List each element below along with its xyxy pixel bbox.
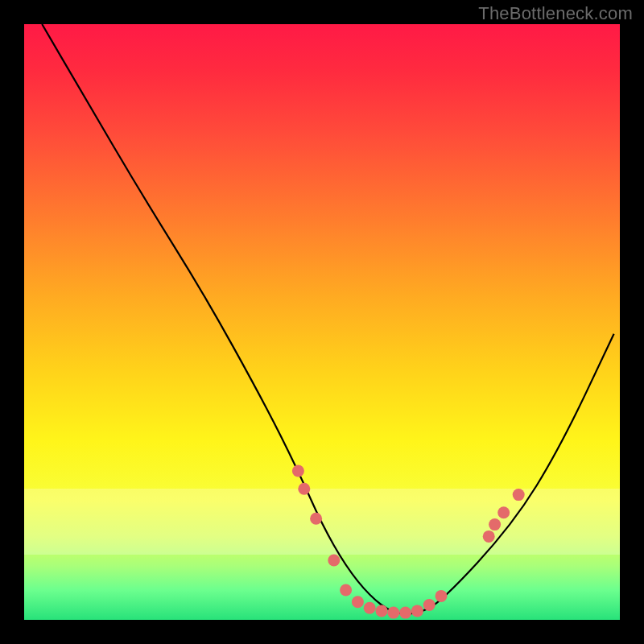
data-dot bbox=[411, 605, 423, 617]
outer-frame: TheBottleneck.com bbox=[0, 0, 644, 644]
chart-svg bbox=[24, 24, 620, 620]
data-dot bbox=[328, 555, 340, 567]
data-dot bbox=[483, 530, 495, 543]
data-dot bbox=[364, 602, 376, 614]
data-dot bbox=[497, 506, 510, 518]
data-dot bbox=[513, 489, 525, 501]
data-dot bbox=[387, 607, 399, 619]
data-dot bbox=[292, 465, 304, 477]
data-dot bbox=[436, 590, 448, 602]
bottleneck-curve bbox=[42, 24, 613, 614]
data-dot bbox=[298, 483, 310, 495]
data-dot bbox=[376, 605, 388, 617]
data-dot bbox=[340, 584, 352, 597]
data-dots bbox=[292, 465, 525, 619]
data-dot bbox=[352, 596, 364, 608]
data-dot bbox=[399, 607, 411, 619]
data-dot bbox=[310, 513, 322, 525]
watermark: TheBottleneck.com bbox=[478, 3, 633, 24]
plot-area bbox=[24, 24, 620, 620]
data-dot bbox=[423, 599, 436, 611]
data-dot bbox=[489, 518, 501, 530]
